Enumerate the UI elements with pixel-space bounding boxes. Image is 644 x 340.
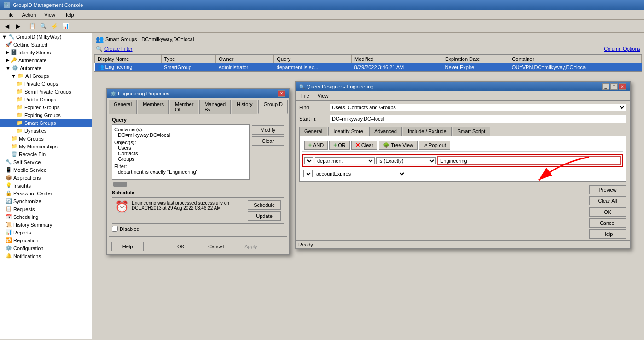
qd-maximize-button[interactable]: □ (610, 83, 618, 90)
tab-managed-by[interactable]: Managed By (199, 100, 231, 114)
query-scrollbar[interactable] (112, 182, 284, 187)
dialog-help-button[interactable]: Help (111, 242, 144, 251)
sidebar-item-configuration[interactable]: ⚙️ Configuration (0, 244, 92, 252)
modify-button[interactable]: Modify (252, 125, 284, 135)
dialog-close-button[interactable]: ✕ (278, 90, 285, 97)
sidebar-item-getting-started[interactable]: 🚀 Getting Started (0, 41, 92, 48)
sidebar-item-dynasties[interactable]: 📁 Dynasties (0, 127, 92, 135)
sidebar-item-authenticate[interactable]: ▶ 🔑 Authenticate (0, 56, 92, 64)
filter-row1-operator[interactable]: Is (Exactly) (376, 157, 436, 164)
tree-root[interactable]: ▼ 🔧 GroupID (MilkyWay) (0, 33, 92, 41)
preview-button[interactable]: Preview (589, 185, 626, 194)
sidebar-item-scheduling[interactable]: 📅 Scheduling (0, 213, 92, 221)
qd-tab-bar: General Identity Store Advanced Include … (296, 126, 630, 136)
sidebar-item-mobile-service[interactable]: 📱 Mobile Service (0, 166, 92, 174)
engineering-properties-dialog: ⚙️ Engineering Properties ✕ General Memb… (106, 88, 290, 255)
qd-tab-advanced[interactable]: Advanced (369, 127, 402, 136)
sidebar-item-semi-private-groups[interactable]: 📁 Semi Private Groups (0, 88, 92, 95)
dialog-apply-button[interactable]: Apply (235, 242, 267, 251)
sidebar-item-requests[interactable]: 📋 Requests (0, 205, 92, 213)
tab-history[interactable]: History (232, 100, 257, 114)
tab-general[interactable]: General (109, 100, 137, 114)
tab-groupid[interactable]: GroupID (258, 100, 288, 114)
col-container[interactable]: Container (509, 55, 642, 63)
sidebar-item-my-groups[interactable]: 📁 My Groups (0, 135, 92, 142)
sidebar-item-identity-stores[interactable]: ▶ 🗄️ Identity Stores (0, 48, 92, 56)
sidebar-item-public-groups[interactable]: 📁 Public Groups (0, 95, 92, 103)
qd-tab-include-exclude[interactable]: Include / Exclude (403, 127, 452, 136)
object-groups: Groups (114, 156, 248, 162)
sidebar-item-synchronize[interactable]: 🔄 Synchronize (0, 197, 92, 205)
tab-members[interactable]: Members (138, 100, 169, 114)
qd-tab-identity-store[interactable]: Identity Store (328, 127, 368, 136)
menu-action[interactable]: Action (18, 11, 40, 18)
menu-view[interactable]: View (41, 11, 59, 18)
disabled-checkbox[interactable] (112, 226, 118, 232)
filter-row1-expand[interactable]: ▼ (304, 157, 313, 164)
and-button[interactable]: + AND (304, 141, 328, 150)
sidebar-item-password-center[interactable]: 🔒 Password Center (0, 189, 92, 197)
sidebar-item-applications[interactable]: 📦 Applications (0, 174, 92, 182)
qd-close-button[interactable]: ✕ (619, 83, 626, 90)
pc-icon: 🔒 (6, 190, 12, 196)
clear-query-button[interactable]: Clear (252, 136, 284, 146)
tree-view-button[interactable]: 🌳 Tree View (379, 141, 418, 150)
toolbar-btn-2[interactable]: 🔍 (38, 21, 48, 31)
qd-minimize-button[interactable]: _ (602, 83, 609, 90)
find-dropdown[interactable]: Users, Contacts and Groups (330, 104, 626, 111)
sidebar-item-notifications[interactable]: 🔔 Notifications (0, 252, 92, 260)
qd-tab-general[interactable]: General (299, 127, 327, 136)
start-in-field[interactable]: DC=milkyway,DC=local (330, 115, 626, 123)
forward-button[interactable]: ▶ (13, 21, 23, 31)
or-button[interactable]: + OR (329, 141, 350, 150)
toolbar-btn-1[interactable]: 📋 (27, 21, 37, 31)
sidebar-item-automate[interactable]: ▼ ⚙️ Automate (0, 64, 92, 72)
sidebar-item-history-summary[interactable]: 📜 History Summary (0, 221, 92, 229)
col-modified[interactable]: Modified (352, 55, 442, 63)
filter-row2-field[interactable]: accountExpires (314, 170, 406, 177)
col-display-name[interactable]: Display Name (95, 55, 162, 63)
col-query[interactable]: Query (274, 55, 352, 63)
qd-menu-view[interactable]: View (314, 92, 332, 100)
sidebar-item-expired-groups[interactable]: 📁 Expired Groups (0, 103, 92, 111)
sidebar-item-expiring-groups[interactable]: 📁 Expiring Groups (0, 111, 92, 119)
filter-row2-expand[interactable]: ▼ (303, 170, 313, 177)
col-owner[interactable]: Owner (215, 55, 273, 63)
schedule-button[interactable]: Schedule (248, 200, 281, 210)
sidebar-item-reports[interactable]: 📊 Reports (0, 229, 92, 236)
sidebar-item-recycle-bin[interactable]: 🗑️ Recycle Bin (0, 150, 92, 158)
menu-file[interactable]: File (2, 11, 17, 18)
engineering-dialog-title: Engineering Properties (118, 91, 169, 96)
qd-cancel-button[interactable]: Cancel (589, 218, 626, 228)
filter-row1-value[interactable] (437, 156, 621, 165)
sidebar-item-insights[interactable]: 💡 Insights (0, 182, 92, 189)
dialog-ok-button[interactable]: OK (165, 242, 197, 251)
dialog-cancel-button[interactable]: Cancel (200, 242, 232, 251)
sidebar-item-self-service[interactable]: 🔧 Self-Service (0, 158, 92, 166)
col-expiration[interactable]: Expiration Date (442, 55, 509, 63)
pop-out-button[interactable]: ↗ Pop out (419, 141, 450, 150)
create-filter-link[interactable]: Create Filter (104, 46, 133, 52)
menu-help[interactable]: Help (60, 11, 78, 18)
toolbar-btn-4[interactable]: 📊 (60, 21, 70, 31)
sidebar-item-replication[interactable]: 🔁 Replication (0, 236, 92, 244)
auth-label: Authenticate (18, 58, 46, 63)
qd-ok-button[interactable]: OK (589, 207, 626, 217)
filter-row1-field[interactable]: department (315, 157, 375, 164)
clear-all-button[interactable]: Clear All (589, 196, 626, 205)
clear-filter-button[interactable]: ✕ Clear (351, 141, 377, 150)
column-options-link[interactable]: Column Options (604, 46, 640, 52)
qd-menu-file[interactable]: File (297, 92, 313, 100)
sidebar-item-all-groups[interactable]: ▼ 📁 All Groups (0, 72, 92, 80)
qd-help-button[interactable]: Help (589, 229, 626, 239)
table-row[interactable]: 👥 Engineering SmartGroup Administrator d… (95, 63, 642, 71)
back-button[interactable]: ◀ (2, 21, 12, 31)
sidebar-item-smart-groups[interactable]: 📁 Smart Groups (0, 119, 92, 127)
tab-member-of[interactable]: Member Of (170, 100, 198, 114)
update-button[interactable]: Update (248, 211, 281, 221)
sidebar-item-my-memberships[interactable]: 📁 My Memberships (0, 142, 92, 150)
toolbar-btn-3[interactable]: ⚡ (49, 21, 59, 31)
qd-tab-smart-script[interactable]: Smart Script (453, 127, 491, 136)
col-type[interactable]: Type (161, 55, 215, 63)
sidebar-item-private-groups[interactable]: 📁 Private Groups (0, 80, 92, 88)
